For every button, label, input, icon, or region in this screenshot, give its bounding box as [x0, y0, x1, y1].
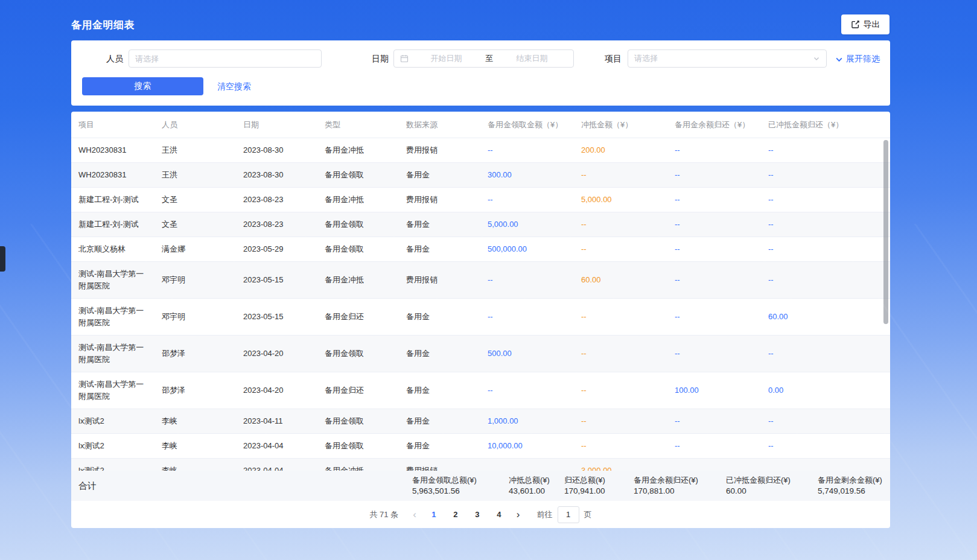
cell-type: 备用金冲抵: [317, 459, 399, 471]
table-row: WH20230831王洪2023-08-30备用金冲抵费用报销--200.00-…: [71, 138, 890, 163]
cell-draw: --: [480, 372, 574, 409]
expand-filter-label: 展开筛选: [846, 54, 880, 65]
page-button-4[interactable]: 4: [492, 510, 506, 519]
summary-item: 备用金领取总额(¥)5,963,501.56: [412, 475, 477, 497]
summary-item: 冲抵总额(¥)43,601.00: [509, 475, 550, 497]
cell-balance_return: --: [667, 262, 761, 299]
cell-person: 李峡: [154, 459, 236, 471]
summary-item-label: 备用金剩余金额(¥): [818, 475, 882, 486]
cell-project: 测试-南昌大学第一附属医院: [71, 299, 154, 336]
cell-date: 2023-04-20: [236, 372, 317, 409]
next-page-button[interactable]: ›: [514, 509, 523, 520]
cell-offset_return: 0.00: [761, 372, 890, 409]
cell-person: 王洪: [154, 163, 236, 188]
table-row: WH20230831王洪2023-08-30备用金领取备用金300.00----…: [71, 163, 890, 188]
table-row: lx测试2李峡2023-04-04备用金冲抵费用报销--3,000.00----: [71, 459, 890, 471]
cell-project: WH20230831: [71, 163, 154, 188]
table-row: 新建工程-刘-测试文圣2023-08-23备用金领取备用金5,000.00---…: [71, 212, 890, 237]
cell-offset: --: [574, 409, 667, 434]
cell-draw: --: [480, 299, 574, 336]
cell-person: 文圣: [154, 212, 236, 237]
project-select[interactable]: 请选择: [628, 49, 827, 68]
cell-offset_return: --: [761, 459, 890, 471]
cell-type: 备用金领取: [317, 409, 399, 434]
cell-offset_return: --: [761, 237, 890, 262]
cell-project: 北京顺义杨林: [71, 237, 154, 262]
cell-offset_return: --: [761, 336, 890, 372]
cell-draw: --: [480, 459, 574, 471]
end-date-input[interactable]: 结束日期: [497, 53, 567, 64]
goto-page-input[interactable]: [558, 506, 579, 523]
summary-item-value: 170,941.00: [564, 486, 605, 497]
table-row: lx测试2李峡2023-04-11备用金领取备用金1,000.00------: [71, 409, 890, 434]
cell-project: lx测试2: [71, 409, 154, 434]
cell-type: 备用金领取: [317, 163, 399, 188]
cell-offset_return: --: [761, 188, 890, 212]
cell-project: 测试-南昌大学第一附属医院: [71, 336, 154, 372]
project-select-placeholder: 请选择: [634, 53, 813, 64]
cell-date: 2023-05-15: [236, 299, 317, 336]
column-header-person: 人员: [154, 112, 236, 138]
summary-item-label: 备用金余额归还(¥): [634, 475, 698, 486]
cell-offset_return: 60.00: [761, 299, 890, 336]
expand-filter-link[interactable]: 展开筛选: [835, 54, 880, 65]
cell-offset: 3,000.00: [574, 459, 667, 471]
prev-page-button[interactable]: ‹: [410, 509, 419, 520]
page-button-3[interactable]: 3: [471, 510, 484, 519]
chevron-down-icon: [835, 56, 843, 63]
cell-source: 备用金: [399, 336, 480, 372]
cell-date: 2023-04-20: [236, 336, 317, 372]
cell-balance_return: --: [667, 409, 761, 434]
cell-project: lx测试2: [71, 459, 154, 471]
summary-item-label: 归还总额(¥): [564, 475, 605, 486]
column-header-draw-amount: 备用金领取金额（¥）: [480, 112, 574, 138]
cell-draw: --: [480, 188, 574, 212]
side-drawer-handle[interactable]: [0, 246, 5, 272]
cell-source: 备用金: [399, 163, 480, 188]
page-button-1[interactable]: 1: [427, 510, 441, 519]
search-button[interactable]: 搜索: [82, 77, 203, 95]
export-button[interactable]: 导出: [841, 14, 889, 34]
page-button-2[interactable]: 2: [449, 510, 462, 519]
cell-draw: 5,000.00: [480, 212, 574, 237]
cell-source: 备用金: [399, 409, 480, 434]
summary-item-value: 170,881.00: [634, 486, 698, 497]
table-row: 测试-南昌大学第一附属医院邵梦泽2023-04-20备用金归还备用金----10…: [71, 372, 890, 409]
cell-project: WH20230831: [71, 138, 154, 163]
table-card: 项目 人员 日期 类型 数据来源 备用金领取金额（¥） 冲抵金额（¥） 备用金余…: [71, 112, 890, 528]
cell-person: 邵梦泽: [154, 336, 236, 372]
project-label: 项目: [605, 49, 622, 68]
clear-search-button[interactable]: 清空搜索: [217, 77, 251, 95]
column-header-date: 日期: [236, 112, 317, 138]
cell-type: 备用金冲抵: [317, 262, 399, 299]
table-row: 新建工程-刘-测试文圣2023-08-23备用金冲抵费用报销--5,000.00…: [71, 188, 890, 212]
table-row: 测试-南昌大学第一附属医院邵梦泽2023-04-20备用金领取备用金500.00…: [71, 336, 890, 372]
cell-draw: 300.00: [480, 163, 574, 188]
cell-date: 2023-08-23: [236, 188, 317, 212]
column-header-source: 数据来源: [399, 112, 480, 138]
cell-offset_return: --: [761, 262, 890, 299]
cell-person: 满金娜: [154, 237, 236, 262]
vertical-scrollbar[interactable]: [883, 140, 888, 324]
cell-source: 备用金: [399, 372, 480, 409]
cell-draw: --: [480, 138, 574, 163]
export-label: 导出: [864, 19, 880, 30]
cell-balance_return: --: [667, 188, 761, 212]
cell-project: 新建工程-刘-测试: [71, 212, 154, 237]
summary-item: 备用金余额归还(¥)170,881.00: [634, 475, 698, 497]
cell-draw: 1,000.00: [480, 409, 574, 434]
export-icon: [851, 20, 860, 29]
cell-balance_return: --: [667, 237, 761, 262]
start-date-input[interactable]: 开始日期: [411, 53, 482, 64]
person-input[interactable]: [129, 49, 322, 68]
date-range-input[interactable]: 开始日期 至 结束日期: [393, 49, 574, 68]
table-row: lx测试2李峡2023-04-04备用金领取备用金10,000.00------: [71, 434, 890, 459]
cell-type: 备用金领取: [317, 212, 399, 237]
date-separator: 至: [484, 53, 494, 64]
cell-offset: 60.00: [574, 262, 667, 299]
cell-offset: 5,000.00: [574, 188, 667, 212]
cell-offset_return: --: [761, 409, 890, 434]
cell-balance_return: --: [667, 138, 761, 163]
cell-type: 备用金冲抵: [317, 138, 399, 163]
table-row: 北京顺义杨林满金娜2023-05-29备用金领取备用金500,000.00---…: [71, 237, 890, 262]
